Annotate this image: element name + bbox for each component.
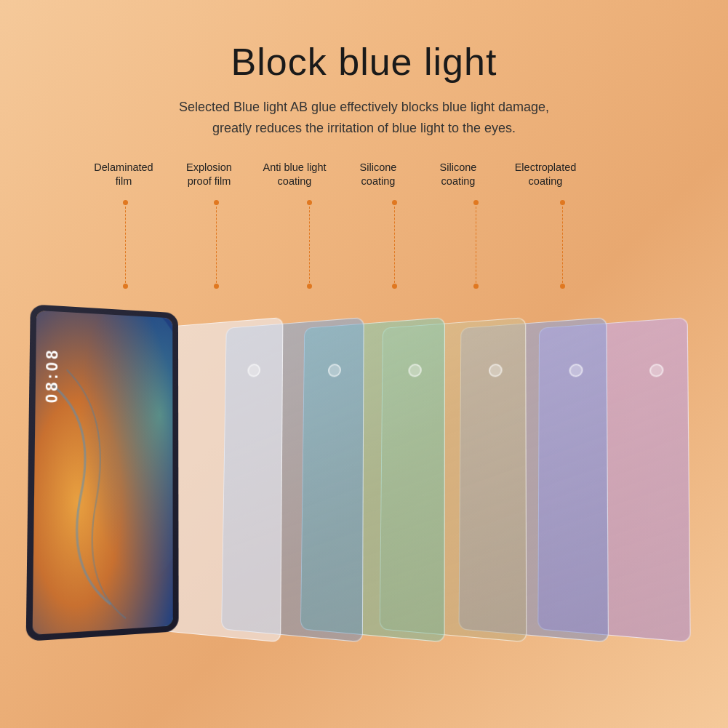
diagram-area: Delaminated film Explosion proof film An… [0, 161, 728, 655]
cam-hole-6 [649, 363, 663, 377]
cam-hole-5 [569, 363, 583, 377]
dot-top-2 [214, 200, 219, 205]
subtitle: Selected Blue light AB glue effectively … [179, 97, 549, 139]
tablet-time: 08:08 [41, 347, 63, 403]
title-section: Block blue light Selected Blue light AB … [179, 40, 549, 139]
subtitle-line2: greatly reduces the irritation of blue l… [212, 121, 516, 135]
tablet-device: 08:08 [26, 304, 179, 641]
page-background: Block blue light Selected Blue light AB … [0, 0, 728, 728]
dot-top-5 [473, 200, 479, 205]
label-silicone2: Silicone coating [418, 161, 498, 189]
dot-top-3 [307, 200, 312, 205]
label-delaminated: Delaminated film [80, 161, 167, 189]
label-anti-blue: Anti blue light coating [251, 161, 338, 189]
label-silicone1: Silicone coating [338, 161, 418, 189]
layers-container: 08:08 [22, 270, 713, 633]
label-explosion: Explosion proof film [167, 161, 251, 189]
tablet-screen: 08:08 [33, 310, 173, 634]
label-electroplated: Electroplated coating [498, 161, 593, 189]
main-title: Block blue light [179, 40, 549, 84]
cam-hole-4 [489, 363, 503, 377]
labels-row: Delaminated film Explosion proof film An… [80, 161, 713, 189]
cam-hole-2 [328, 363, 341, 377]
subtitle-line1: Selected Blue light AB glue effectively … [179, 100, 549, 114]
dot-top-6 [560, 200, 565, 205]
cam-hole-3 [408, 363, 421, 377]
dot-top-1 [123, 200, 128, 205]
cam-hole-1 [247, 363, 260, 377]
dot-top-4 [392, 200, 397, 205]
